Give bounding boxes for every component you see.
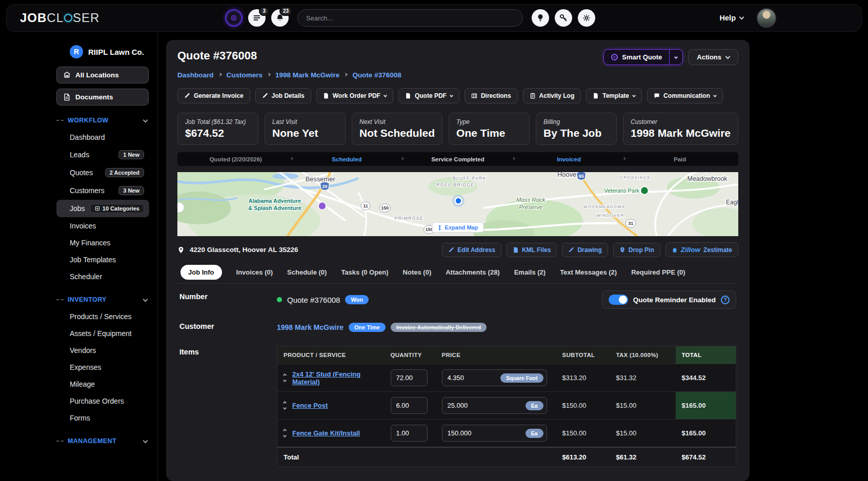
logo-text-ser: SER xyxy=(73,11,99,25)
product-link[interactable]: 2x4 12' Stud (Fencing Material) xyxy=(292,370,378,386)
breadcrumb-customers[interactable]: Customers xyxy=(227,71,263,79)
search-input[interactable] xyxy=(297,9,523,27)
unit-badge: Ea xyxy=(526,429,543,438)
breadcrumb-quote[interactable]: Quote #376008 xyxy=(352,71,401,79)
actions-button[interactable]: Actions xyxy=(688,49,738,65)
zillow-zestimate-button[interactable]: Zillow Zestimate xyxy=(665,242,738,257)
sidebar-item-assets-equipment[interactable]: Assets / Equipment xyxy=(56,325,149,342)
breadcrumb-dashboard[interactable]: Dashboard xyxy=(177,71,214,79)
brand-orb-icon[interactable] xyxy=(225,9,243,27)
reminder-help-icon[interactable]: ? xyxy=(721,296,730,304)
move-down-icon[interactable] xyxy=(283,406,287,410)
communication-button[interactable]: Communication xyxy=(647,88,723,103)
sidebar-item-quotes[interactable]: Quotes2 Accepted xyxy=(56,164,149,181)
pipeline-quoted[interactable]: Quoted (2/20/2026) xyxy=(181,156,290,162)
tab-text-messages[interactable]: Text Messages (2) xyxy=(560,268,617,276)
sidebar-item-leads[interactable]: Leads1 New xyxy=(56,146,149,163)
move-up-icon[interactable] xyxy=(283,373,287,377)
section-inventory[interactable]: INVENTORY xyxy=(56,296,147,303)
pipeline-service-completed[interactable]: Service Completed xyxy=(403,156,512,162)
page-title: Quote #376008 xyxy=(177,49,257,62)
svg-text:150: 150 xyxy=(381,205,389,211)
move-up-icon[interactable] xyxy=(283,401,287,405)
section-workflow[interactable]: WORKFLOW xyxy=(56,117,147,124)
drawing-button[interactable]: Drawing xyxy=(562,243,608,257)
map-label-meadowbrook: Meadowbrook xyxy=(688,175,728,182)
task-list-button[interactable]: 3 xyxy=(248,9,266,27)
map-label-hoover: Hoover xyxy=(557,172,579,178)
breadcrumb-customer[interactable]: 1998 Mark McGwire xyxy=(275,71,339,79)
section-management[interactable]: MANAGEMENT xyxy=(56,437,147,445)
sidebar-item-expenses[interactable]: Expenses xyxy=(56,359,149,375)
pencil-icon xyxy=(568,247,574,253)
customer-link[interactable]: 1998 Mark McGwire xyxy=(277,323,344,331)
item-row-1: 2x4 12' Stud (Fencing Material) Square F… xyxy=(277,364,736,392)
sidebar-item-jobs[interactable]: Jobs 10 Categories xyxy=(56,200,149,217)
tab-job-info[interactable]: Job Info xyxy=(180,265,222,280)
sidebar-item-vendors[interactable]: Vendors xyxy=(56,342,149,359)
total-subtotal: $613.20 xyxy=(556,447,610,467)
status-pipeline: Quoted (2/20/2026) Scheduled Service Com… xyxy=(177,152,738,166)
tab-schedule[interactable]: Schedule (0) xyxy=(287,268,327,276)
sidebar-item-products-services[interactable]: Products / Services xyxy=(56,308,149,325)
settings-button[interactable] xyxy=(578,9,595,27)
job-details-button[interactable]: Job Details xyxy=(255,88,311,103)
sidebar-item-customers[interactable]: Customers3 New xyxy=(56,182,149,199)
app-logo[interactable]: JOBCLSER xyxy=(20,11,225,25)
expand-map-button[interactable]: Expand Map xyxy=(432,222,484,233)
pipeline-scheduled[interactable]: Scheduled xyxy=(293,156,401,162)
smart-quote-caret-button[interactable] xyxy=(669,50,682,65)
product-link[interactable]: Fence Gate Kit/Install xyxy=(292,429,360,437)
template-button[interactable]: Template xyxy=(586,88,642,103)
sidebar-item-invoices[interactable]: Invoices xyxy=(56,218,149,234)
pipeline-paid[interactable]: Paid xyxy=(625,156,734,162)
user-avatar[interactable] xyxy=(757,8,776,28)
help-menu[interactable]: Help xyxy=(720,14,743,22)
keys-button[interactable] xyxy=(555,9,572,27)
directions-button[interactable]: Directions xyxy=(465,88,518,103)
quantity-input[interactable] xyxy=(391,369,428,386)
sidebar-item-dashboard[interactable]: Dashboard xyxy=(56,129,149,145)
quantity-input[interactable] xyxy=(391,425,428,442)
ideas-button[interactable] xyxy=(532,9,549,27)
sidebar-item-job-templates[interactable]: Job Templates xyxy=(56,252,149,268)
product-link[interactable]: Fence Post xyxy=(292,402,328,409)
work-order-pdf-button[interactable]: Work Order PDF xyxy=(316,88,393,103)
quote-reminder-toggle[interactable] xyxy=(609,295,628,305)
map-poi-park-icon[interactable] xyxy=(641,187,649,195)
stat-cards: Job Total ($61.32 Tax) $674.52 Last Visi… xyxy=(177,113,738,145)
move-up-icon[interactable] xyxy=(283,429,287,432)
activity-log-button[interactable]: Activity Log xyxy=(523,88,581,103)
generate-invoice-button[interactable]: Generate Invoice xyxy=(177,88,250,103)
quantity-input[interactable] xyxy=(391,397,428,414)
tab-tasks[interactable]: Tasks (0 Open) xyxy=(341,268,388,276)
sidebar-item-purchase-orders[interactable]: Purchase Orders xyxy=(56,393,149,409)
smart-quote-button[interactable]: Smart Quote xyxy=(604,50,669,65)
sidebar-item-my-finances[interactable]: My Finances xyxy=(56,235,149,251)
pipeline-invoiced[interactable]: Invoiced xyxy=(515,156,623,162)
drop-pin-button[interactable]: Drop Pin xyxy=(613,243,660,257)
sidebar-item-scheduler[interactable]: Scheduler xyxy=(56,268,149,285)
tab-notes[interactable]: Notes (0) xyxy=(403,268,432,276)
map-location-pin[interactable] xyxy=(455,198,462,204)
sidebar-item-forms[interactable]: Forms xyxy=(56,410,149,426)
map-label-eagle: Eagle xyxy=(726,199,738,206)
move-down-icon[interactable] xyxy=(283,434,287,437)
company-switcher[interactable]: R RIIPL Lawn Co. xyxy=(70,45,149,58)
tab-emails[interactable]: Emails (2) xyxy=(514,268,546,276)
map-poi-amusement-icon[interactable] xyxy=(318,202,326,210)
map-label-crossings: CROSSINGS xyxy=(620,175,650,180)
all-locations-button[interactable]: All Locations xyxy=(56,67,149,83)
quote-pdf-button[interactable]: Quote PDF xyxy=(398,88,459,103)
item-label: Purchase Orders xyxy=(70,397,124,405)
documents-button[interactable]: Documents xyxy=(56,89,149,106)
notifications-button[interactable]: 23 xyxy=(271,9,289,27)
sidebar-item-mileage[interactable]: Mileage xyxy=(56,376,149,392)
map[interactable]: Bessemer Hoover Meadowbrook Eagle ROSS B… xyxy=(177,172,738,236)
tab-invoices[interactable]: Invoices (0) xyxy=(236,268,273,276)
kml-files-button[interactable]: KML Files xyxy=(507,243,557,257)
move-down-icon[interactable] xyxy=(283,379,287,382)
tab-attachments[interactable]: Attachments (28) xyxy=(446,268,499,276)
edit-address-button[interactable]: Edit Address xyxy=(442,243,501,257)
tab-required-ppe[interactable]: Required PPE (0) xyxy=(631,268,685,276)
